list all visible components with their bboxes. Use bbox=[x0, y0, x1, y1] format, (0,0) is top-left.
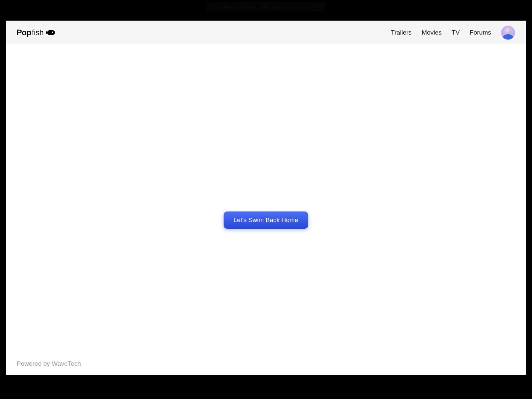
fullscreen-notice: To exit full screen, move mouse to top o… bbox=[206, 2, 326, 11]
main-content: Let's Swim Back Home bbox=[6, 44, 426, 319]
swim-back-home-button[interactable]: Let's Swim Back Home bbox=[223, 211, 308, 229]
nav-link-trailers[interactable]: Trailers bbox=[391, 29, 412, 36]
nav-link-movies[interactable]: Movies bbox=[422, 29, 426, 36]
nav-right: Trailers Movies TV Forums bbox=[391, 26, 426, 40]
logo[interactable]: Popfish bbox=[17, 28, 56, 37]
fish-icon bbox=[45, 29, 56, 36]
fullscreen-notice-text: To exit full screen, move mouse to top o… bbox=[210, 4, 310, 9]
page-container: Popfish Trailers Movies TV Forums Let's … bbox=[6, 21, 426, 319]
svg-point-0 bbox=[52, 31, 53, 33]
header: Popfish Trailers Movies TV Forums bbox=[6, 21, 426, 44]
logo-text-light: fish bbox=[32, 28, 44, 37]
fullscreen-notice-key: F11 bbox=[312, 4, 322, 9]
logo-text-bold: Pop bbox=[17, 28, 31, 37]
